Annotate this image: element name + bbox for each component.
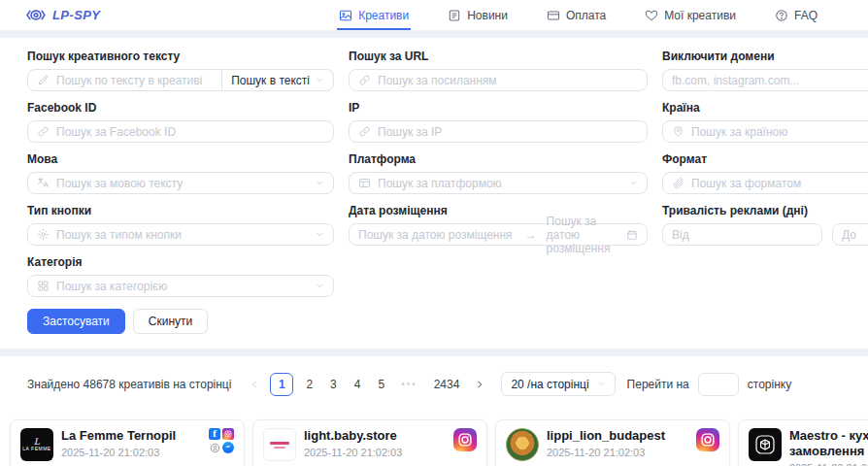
field-label: Країна — [662, 101, 868, 115]
language-input[interactable] — [56, 177, 309, 190]
field-country: Країна — [662, 101, 868, 143]
duration-from-input[interactable] — [672, 228, 813, 242]
exclude-domains-input[interactable] — [672, 74, 868, 87]
results-section: Знайдено 48678 креативів на сторінці 1 2… — [0, 356, 868, 466]
social-icons: f — [209, 428, 234, 453]
creative-card[interactable]: lippi_lion_budapest 2025-11-20 21:02:03 … — [495, 419, 730, 466]
creative-name[interactable]: lippi_lion_budapest — [547, 428, 688, 444]
results-summary: Знайдено 48678 креативів на сторінці — [27, 378, 231, 391]
heart-icon — [645, 9, 658, 22]
page-size-select[interactable]: 20 /на сторінці — [501, 372, 615, 396]
pagination-ellipsis[interactable]: ••• — [393, 379, 425, 389]
question-circle-icon — [775, 9, 788, 22]
chevron-down-icon — [597, 380, 606, 388]
creative-card[interactable]: L LA FEMME La Femme Ternopil 2025-11-20 … — [10, 419, 245, 466]
creative-date: 2025-11-20 21:02:03 — [61, 447, 201, 458]
button-type-select[interactable] — [27, 223, 334, 246]
page-button[interactable]: 4 — [346, 378, 370, 391]
instagram-icon — [696, 428, 719, 451]
prev-page-icon[interactable] — [243, 380, 266, 389]
creative-card[interactable]: light.baby.store 2025-11-20 21:02:03 3 d… — [252, 419, 487, 466]
next-page-icon[interactable] — [468, 380, 491, 389]
field-format: Формат — [662, 152, 868, 194]
facebook-id-input[interactable] — [56, 125, 324, 139]
field-label: Виключити домени — [662, 50, 868, 63]
field-label: Мова — [27, 152, 334, 166]
field-category: Категорія — [27, 255, 334, 297]
field-url: Пошук за URL — [349, 50, 648, 91]
goto-page-input[interactable] — [698, 373, 739, 396]
creative-name[interactable]: La Femme Ternopil — [61, 428, 201, 444]
field-label: IP — [349, 101, 648, 115]
date-range-picker[interactable]: Пошук за датою розміщення → Пошук за дат… — [349, 223, 648, 246]
creative-name[interactable]: Maestro - кухні, меблі на замовлення в У… — [789, 428, 868, 459]
location-pin-icon — [672, 125, 684, 138]
image-icon — [339, 9, 352, 22]
creative-card[interactable]: Maestro - кухні, меблі на замовлення в У… — [738, 419, 868, 466]
search-mode-select[interactable]: Пошук в тексті — [222, 69, 334, 91]
chevron-down-icon — [316, 230, 324, 239]
nav-tab-creatives[interactable]: Креативи — [337, 0, 411, 30]
facebook-icon: f — [209, 428, 220, 440]
pagination-bar: Знайдено 48678 креативів на сторінці 1 2… — [0, 356, 868, 396]
field-button-type: Тип кнопки — [27, 204, 334, 246]
lion-avatar — [506, 428, 539, 461]
page-button[interactable]: 2 — [297, 378, 321, 391]
chevron-down-icon — [316, 179, 324, 187]
nav-label: Мої креативи — [664, 9, 736, 22]
nav-tab-faq[interactable]: FAQ — [773, 0, 819, 30]
nav-tab-my-creatives[interactable]: Мої креативи — [643, 0, 738, 30]
date-from-placeholder[interactable]: Пошук за датою розміщення — [358, 228, 513, 242]
platform-icon — [358, 177, 371, 189]
field-label: Пошук креативного тексту — [27, 50, 334, 63]
creative-date: 2025-11-20 21:02:03 — [304, 447, 446, 458]
pencil-icon — [37, 74, 50, 86]
la-femme-avatar: L LA FEMME — [20, 428, 53, 461]
eye-logo-icon — [25, 7, 47, 23]
category-select[interactable] — [27, 275, 334, 297]
field-label: Формат — [662, 152, 868, 166]
button-type-input[interactable] — [56, 228, 309, 242]
creative-text-input[interactable] — [56, 74, 213, 87]
platform-input[interactable] — [378, 177, 622, 190]
field-label: Пошук за URL — [349, 50, 648, 63]
reset-button[interactable]: Скинути — [133, 309, 208, 334]
messenger-icon — [222, 442, 234, 453]
chevron-down-icon — [316, 76, 324, 84]
page-button[interactable]: 3 — [321, 378, 346, 391]
date-to-placeholder[interactable]: Пошук за датою розміщення — [547, 215, 614, 255]
creative-text-input-wrap — [27, 69, 222, 91]
page-button-current[interactable]: 1 — [270, 373, 293, 396]
nav-tab-news[interactable]: Новини — [446, 0, 510, 30]
duration-to-input[interactable] — [842, 228, 868, 242]
apply-button[interactable]: Застосувати — [27, 309, 125, 334]
calendar-icon — [626, 229, 638, 241]
format-input[interactable] — [691, 177, 868, 190]
light-baby-store-logo — [263, 428, 296, 461]
nav-label: Креативи — [358, 9, 409, 22]
field-exclude-domains: Виключити домени — [662, 50, 868, 91]
lp-spy-logo[interactable]: LP-SPY — [25, 7, 100, 23]
page-button[interactable]: 5 — [369, 378, 393, 391]
field-duration-days: Тривалість реклами (дні) — [662, 204, 868, 246]
filters-panel: Пошук креативного тексту Пошук в тексті … — [0, 38, 868, 349]
language-select[interactable] — [27, 172, 334, 194]
field-creative-text: Пошук креативного тексту Пошук в тексті — [27, 50, 334, 91]
field-label: Платформа — [349, 152, 648, 166]
category-input[interactable] — [56, 280, 309, 293]
ip-input[interactable] — [378, 125, 638, 139]
page-button-last[interactable]: 2434 — [425, 378, 469, 391]
creative-name[interactable]: light.baby.store — [304, 428, 446, 444]
paperclip-icon — [672, 177, 684, 189]
creative-date: 2025-11-20 21:02:03 — [547, 447, 688, 458]
link-icon — [358, 74, 371, 86]
nav-label: FAQ — [794, 9, 818, 22]
country-input[interactable] — [691, 125, 868, 139]
arrow-right-icon: → — [525, 228, 537, 242]
url-input[interactable] — [378, 74, 638, 87]
field-ip: IP — [349, 101, 648, 143]
platform-select[interactable] — [349, 172, 648, 194]
field-facebook-id: Facebook ID — [27, 101, 334, 143]
nav-tab-payment[interactable]: Оплата — [545, 0, 608, 30]
creatives-list: L LA FEMME La Femme Ternopil 2025-11-20 … — [0, 396, 868, 466]
